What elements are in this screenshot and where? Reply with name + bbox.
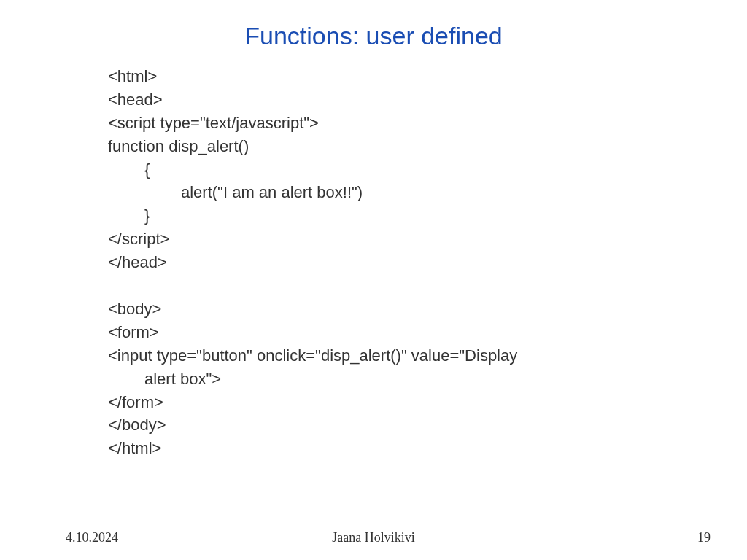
code-line: <head> — [108, 88, 674, 112]
footer-author: Jaana Holvikivi — [332, 530, 414, 545]
code-line: </form> — [108, 391, 674, 414]
code-line: <body> — [108, 298, 674, 321]
code-line: </html> — [108, 437, 674, 460]
slide-title: Functions: user defined — [0, 22, 747, 50]
code-line: function disp_alert() — [108, 135, 674, 158]
code-line: </script> — [108, 228, 674, 251]
code-line: alert box"> — [108, 368, 674, 391]
code-line: <html> — [108, 65, 674, 88]
code-block: <html> <head> <script type="text/javascr… — [0, 65, 747, 460]
footer-page-number: 19 — [697, 530, 711, 545]
code-line: </head> — [108, 251, 674, 274]
slide: Functions: user defined <html> <head> <s… — [0, 0, 747, 560]
blank-line — [108, 274, 674, 298]
code-line: { — [108, 158, 674, 182]
code-line: <script type="text/javascript"> — [108, 112, 674, 135]
code-line: </body> — [108, 413, 674, 437]
code-line: alert("I am an alert box!!") — [108, 181, 674, 204]
code-line: <input type="button" onclick="disp_alert… — [108, 344, 674, 368]
footer-date: 4.10.2024 — [66, 530, 118, 545]
code-line: <form> — [108, 321, 674, 344]
code-line: } — [108, 204, 674, 228]
